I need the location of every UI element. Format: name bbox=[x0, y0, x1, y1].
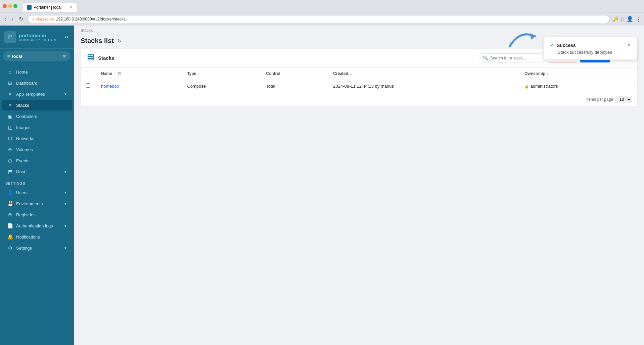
refresh-button[interactable]: ↻ bbox=[117, 38, 122, 44]
pagination-controls: Items per page 10 25 50 bbox=[81, 92, 637, 106]
browser-close-btn[interactable] bbox=[3, 4, 7, 8]
row-checkbox[interactable] bbox=[86, 83, 90, 88]
sidebar-auth-logs-label: Authentication logs bbox=[16, 223, 53, 228]
sidebar-dashboard-label: Dashboard bbox=[16, 81, 38, 86]
environments-icon: 💾 bbox=[7, 201, 13, 206]
volumes-icon: ⊕ bbox=[7, 147, 13, 152]
sidebar-images-label: Images bbox=[16, 125, 31, 130]
stacks-card-icon bbox=[87, 54, 94, 62]
logo-sub-text: Community Edition bbox=[19, 38, 56, 42]
sidebar-collapse-btn[interactable]: ‹‹ bbox=[63, 33, 70, 41]
tab-close-btn[interactable]: ✕ bbox=[70, 5, 73, 10]
tab-favicon-icon bbox=[27, 5, 32, 10]
toast-success-icon: ✓ bbox=[550, 42, 554, 48]
card-title: Stacks bbox=[98, 55, 114, 61]
sidebar-networks-label: Networks bbox=[16, 136, 34, 141]
sidebar-item-images[interactable]: ◫ Images bbox=[2, 122, 72, 133]
reload-btn[interactable]: ↻ bbox=[17, 15, 25, 23]
sidebar-item-environments[interactable]: 💾 Environments ▾ bbox=[2, 198, 72, 209]
sidebar-item-stacks[interactable]: ≡ Stacks bbox=[2, 100, 72, 111]
sidebar: P portainer.io Community Edition ‹‹ loca… bbox=[0, 26, 74, 345]
control-column-header: Control bbox=[266, 71, 280, 76]
sidebar-item-notifications[interactable]: 🔔 Notifications bbox=[2, 231, 72, 242]
logo-icon: P bbox=[4, 31, 16, 43]
stacks-table: Name ↓ ⊟ Type ↕ bbox=[81, 68, 637, 92]
sidebar-item-dashboard[interactable]: ⊞ Dashboard bbox=[2, 78, 72, 88]
sidebar-environments-label: Environments bbox=[16, 201, 43, 206]
created-column-header[interactable]: Created ↕ bbox=[333, 71, 514, 76]
address-bar[interactable]: ⚠ Not secure 192.168.0.240:9000/#!/2/doc… bbox=[28, 15, 610, 23]
home-icon: ⌂ bbox=[7, 69, 13, 75]
svg-rect-2 bbox=[88, 58, 94, 60]
host-icon: ⬒ bbox=[7, 169, 13, 174]
browser-max-btn[interactable] bbox=[13, 4, 17, 8]
svg-rect-0 bbox=[88, 55, 94, 56]
sidebar-item-containers[interactable]: ▣ Containers bbox=[2, 111, 72, 122]
auth-logs-icon: 📄 bbox=[7, 223, 13, 228]
images-icon: ◫ bbox=[7, 125, 13, 130]
toast-message: Stack successfully deployed bbox=[550, 50, 631, 55]
sidebar-host-label: Host bbox=[16, 169, 25, 174]
stacks-icon: ≡ bbox=[7, 102, 13, 108]
sidebar-item-host[interactable]: ⬒ Host ▾ bbox=[2, 166, 72, 177]
name-column-header[interactable]: Name ↓ ⊟ bbox=[101, 71, 176, 76]
toast-close-btn[interactable]: ✕ bbox=[627, 42, 631, 48]
toast-title: Success bbox=[557, 43, 576, 48]
sidebar-item-home[interactable]: ⌂ Home bbox=[2, 67, 72, 77]
sidebar-item-users[interactable]: 👤 Users ▾ bbox=[2, 187, 72, 198]
sidebar-notifications-label: Notifications bbox=[16, 234, 40, 240]
items-per-page-select[interactable]: 10 25 50 bbox=[616, 96, 632, 103]
stack-created: 2024-08-11 12:44:13 by marius bbox=[328, 80, 519, 92]
name-filter-btn[interactable]: ⊟ bbox=[117, 71, 123, 76]
browser-tab[interactable]: Portainer | local ✕ bbox=[23, 3, 77, 12]
sidebar-item-registries[interactable]: ⊛ Registries bbox=[2, 209, 72, 220]
env-close-btn[interactable]: ✕ bbox=[62, 53, 66, 59]
created-sort-icon: ↕ bbox=[350, 72, 351, 76]
sidebar-settings-label: Settings bbox=[16, 246, 32, 251]
password-manager-icon[interactable]: 🔑 bbox=[612, 16, 618, 22]
toast-header: ✓ Success ✕ bbox=[550, 42, 631, 48]
insecure-indicator: ⚠ Not secure bbox=[32, 17, 54, 21]
table-row: homebox Compose Total 2024-08-11 12:44:1… bbox=[81, 80, 637, 92]
sidebar-events-label: Events bbox=[16, 158, 30, 163]
sidebar-item-volumes[interactable]: ⊕ Volumes bbox=[2, 144, 72, 155]
main-content: Stacks Stacks list ↻ Stacks bbox=[74, 26, 644, 345]
settings-arrow-icon: ▾ bbox=[64, 246, 66, 250]
svg-rect-1 bbox=[88, 56, 94, 58]
stack-name-link[interactable]: homebox bbox=[101, 84, 119, 89]
success-toast: ✓ Success ✕ Stack successfully deployed bbox=[543, 37, 637, 60]
registries-icon: ⊛ bbox=[7, 212, 13, 217]
select-all-checkbox[interactable] bbox=[86, 71, 90, 75]
search-box[interactable]: 🔍 bbox=[478, 53, 545, 62]
notifications-icon: 🔔 bbox=[7, 234, 13, 240]
search-icon: 🔍 bbox=[483, 55, 488, 60]
bookmark-icon[interactable]: ☆ bbox=[620, 16, 625, 22]
sidebar-home-label: Home bbox=[16, 70, 28, 75]
back-btn[interactable]: ‹ bbox=[3, 15, 8, 23]
dashboard-icon: ⊞ bbox=[7, 80, 13, 86]
sidebar-item-events[interactable]: ◷ Events bbox=[2, 155, 72, 166]
search-input[interactable] bbox=[490, 56, 540, 60]
users-arrow-icon: ▾ bbox=[64, 190, 66, 195]
sidebar-logo: P portainer.io Community Edition ‹‹ bbox=[0, 26, 74, 49]
type-column-header[interactable]: Type ↕ bbox=[187, 71, 255, 76]
forward-btn[interactable]: › bbox=[10, 15, 15, 23]
stack-type: Compose bbox=[182, 80, 261, 92]
sidebar-item-networks[interactable]: ⬡ Networks bbox=[2, 133, 72, 144]
environments-arrow-icon: ▾ bbox=[64, 202, 66, 206]
name-sort-icon: ↓ bbox=[113, 72, 115, 76]
sidebar-item-auth-logs[interactable]: 📄 Authentication logs ▾ bbox=[2, 220, 72, 231]
host-arrow-icon: ▾ bbox=[64, 170, 66, 174]
ownership-column-header[interactable]: Ownership ↕ bbox=[524, 71, 632, 76]
ownership-sort-icon: ↕ bbox=[547, 72, 548, 76]
browser-min-btn[interactable] bbox=[8, 4, 12, 8]
sidebar-item-app-templates[interactable]: ✦ App Templates ▾ bbox=[2, 89, 72, 99]
menu-icon[interactable]: ⋮ bbox=[635, 15, 641, 23]
env-name: local bbox=[12, 54, 22, 59]
env-badge[interactable]: local ✕ bbox=[3, 51, 71, 61]
items-per-page-label: Items per page bbox=[586, 97, 613, 102]
stack-ownership: 🔒 administrators bbox=[519, 80, 637, 92]
stack-control: Total bbox=[261, 80, 328, 92]
sidebar-item-settings[interactable]: ⚙ Settings ▾ bbox=[2, 243, 72, 253]
profile-icon[interactable]: 👤 bbox=[627, 16, 633, 22]
